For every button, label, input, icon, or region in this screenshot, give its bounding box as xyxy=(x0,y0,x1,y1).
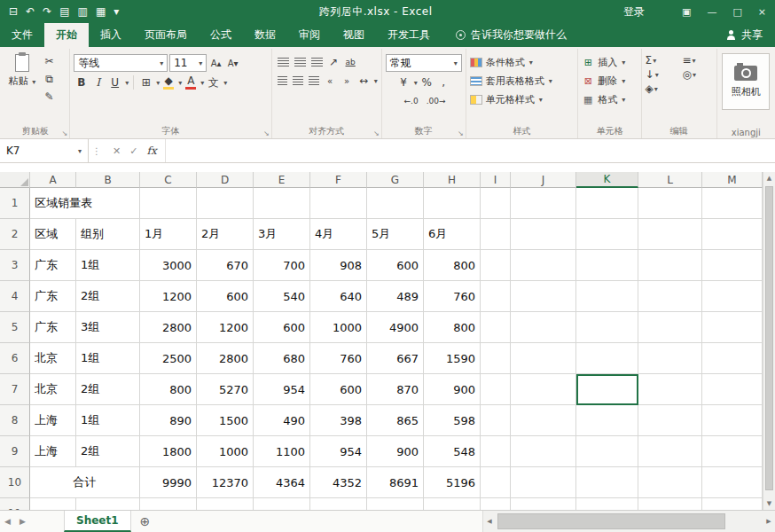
cell-M7[interactable] xyxy=(702,374,763,405)
cell-K3[interactable] xyxy=(576,250,638,281)
cell-B7[interactable]: 2组 xyxy=(76,374,140,405)
camera-button[interactable]: 照相机 xyxy=(722,53,770,110)
vertical-scrollbar[interactable]: ▲ ▼ xyxy=(763,172,775,510)
row-header-6[interactable]: 6 xyxy=(0,343,30,374)
cell-G2[interactable]: 5月 xyxy=(367,219,424,250)
cell-E4[interactable]: 540 xyxy=(254,281,310,312)
align-right-button[interactable] xyxy=(309,76,319,85)
find-select-button[interactable]: ◎▾ xyxy=(682,68,712,81)
currency-format-button[interactable]: ¥ xyxy=(396,74,411,90)
percent-format-button[interactable]: % xyxy=(419,74,434,90)
column-header-K[interactable]: K xyxy=(576,172,638,188)
italic-button[interactable]: I xyxy=(90,74,106,90)
cell-A8[interactable]: 上海 xyxy=(30,405,76,436)
tab-页面布局[interactable]: 页面布局 xyxy=(133,23,199,47)
cell-K8[interactable] xyxy=(576,405,638,436)
cell-M6[interactable] xyxy=(702,343,763,374)
sign-in-button[interactable]: 登录 xyxy=(623,4,645,20)
horizontal-scroll-thumb[interactable] xyxy=(497,513,725,529)
cell-E11[interactable] xyxy=(254,498,310,510)
cell-H9[interactable]: 548 xyxy=(424,436,481,467)
cell-G1[interactable] xyxy=(367,188,424,219)
formula-input[interactable] xyxy=(166,139,775,162)
vertical-scroll-thumb[interactable] xyxy=(765,186,773,490)
cell-H8[interactable]: 598 xyxy=(424,405,481,436)
cell-L4[interactable] xyxy=(638,281,702,312)
cell-F3[interactable]: 908 xyxy=(310,250,367,281)
cell-C10[interactable]: 9990 xyxy=(140,467,197,498)
cell-D11[interactable] xyxy=(197,498,254,510)
cell-C9[interactable]: 1800 xyxy=(140,436,197,467)
row-header-7[interactable]: 7 xyxy=(0,374,30,405)
export-icon[interactable]: ▦ xyxy=(96,5,106,18)
cell-I1[interactable] xyxy=(481,188,511,219)
cell-L7[interactable] xyxy=(638,374,702,405)
comma-format-button[interactable]: , xyxy=(436,74,451,90)
increase-decimal-button[interactable]: ←.0 xyxy=(400,93,423,109)
decrease-indent-button[interactable]: « xyxy=(323,73,338,89)
align-center-button[interactable] xyxy=(293,76,303,85)
cell-F9[interactable]: 954 xyxy=(310,436,367,467)
cell-D3[interactable]: 670 xyxy=(197,250,254,281)
cell-I5[interactable] xyxy=(481,312,511,343)
cell-I8[interactable] xyxy=(481,405,511,436)
cell-C8[interactable]: 890 xyxy=(140,405,197,436)
tab-文件[interactable]: 文件 xyxy=(0,23,44,47)
cell-M1[interactable] xyxy=(702,188,763,219)
cell-A6[interactable]: 北京 xyxy=(30,343,76,374)
sort-filter-button[interactable]: ≡▾ xyxy=(682,54,712,66)
cell-E10[interactable]: 4364 xyxy=(254,467,310,498)
cell-M4[interactable] xyxy=(702,281,763,312)
cell-A1[interactable]: 区域销量表 xyxy=(30,188,140,219)
cell-L8[interactable] xyxy=(638,405,702,436)
cell-G10[interactable]: 8691 xyxy=(367,467,424,498)
cell-L1[interactable] xyxy=(638,188,702,219)
cell-H1[interactable] xyxy=(424,188,481,219)
autosum-button[interactable]: Σ▾ xyxy=(646,54,676,66)
underline-button[interactable]: U xyxy=(107,74,122,90)
increase-font-size-button[interactable]: A▴ xyxy=(208,55,223,71)
cell-F5[interactable]: 1000 xyxy=(310,312,367,343)
font-color-button[interactable]: A xyxy=(184,74,198,90)
alignment-dialog-launcher[interactable]: ↘ xyxy=(373,129,380,137)
cell-I9[interactable] xyxy=(481,436,511,467)
align-top-button[interactable] xyxy=(278,58,289,66)
cell-M8[interactable] xyxy=(702,405,763,436)
cell-G5[interactable]: 4900 xyxy=(367,312,424,343)
select-all-corner[interactable] xyxy=(0,172,30,188)
cell-L2[interactable] xyxy=(638,219,702,250)
delete-cells-button[interactable]: ⊠删除▾ xyxy=(582,72,637,90)
cell-J4[interactable] xyxy=(511,281,576,312)
cell-D10[interactable]: 12370 xyxy=(197,467,254,498)
cell-F7[interactable]: 600 xyxy=(310,374,367,405)
worksheet-icon[interactable]: ▥ xyxy=(78,5,88,18)
cell-A10[interactable]: 合计 xyxy=(30,467,140,498)
paste-button[interactable]: 粘贴 ▾ xyxy=(5,51,39,105)
tell-me-box[interactable]: 告诉我你想要做什么 xyxy=(456,23,567,47)
vertical-scroll-track[interactable] xyxy=(763,184,775,497)
cell-C2[interactable]: 1月 xyxy=(140,219,197,250)
column-header-I[interactable]: I xyxy=(481,172,511,188)
row-header-5[interactable]: 5 xyxy=(0,312,30,343)
cell-B6[interactable]: 1组 xyxy=(76,343,140,374)
scroll-right-icon[interactable]: ▶ xyxy=(763,518,775,525)
cell-E5[interactable]: 600 xyxy=(254,312,310,343)
fill-color-button[interactable]: ◆ xyxy=(161,74,176,90)
insert-cells-button[interactable]: ⊞插入▾ xyxy=(582,53,637,71)
column-header-M[interactable]: M xyxy=(702,172,763,188)
row-header-10[interactable]: 10 xyxy=(0,467,30,498)
cell-J2[interactable] xyxy=(511,219,576,250)
row-header-8[interactable]: 8 xyxy=(0,405,30,436)
cell-C7[interactable]: 800 xyxy=(140,374,197,405)
cell-J8[interactable] xyxy=(511,405,576,436)
cell-D4[interactable]: 600 xyxy=(197,281,254,312)
cell-L11[interactable] xyxy=(638,498,702,510)
cell-L10[interactable] xyxy=(638,467,702,498)
cell-D7[interactable]: 5270 xyxy=(197,374,254,405)
align-left-button[interactable] xyxy=(278,76,288,85)
column-header-D[interactable]: D xyxy=(197,172,254,188)
save-icon[interactable]: ⊟ xyxy=(9,5,18,18)
redo-icon[interactable]: ↷ xyxy=(43,5,51,18)
sheet-tab-Sheet1[interactable]: Sheet1 xyxy=(64,511,131,532)
sheet-nav-left-icon[interactable]: ◀ xyxy=(0,511,15,532)
